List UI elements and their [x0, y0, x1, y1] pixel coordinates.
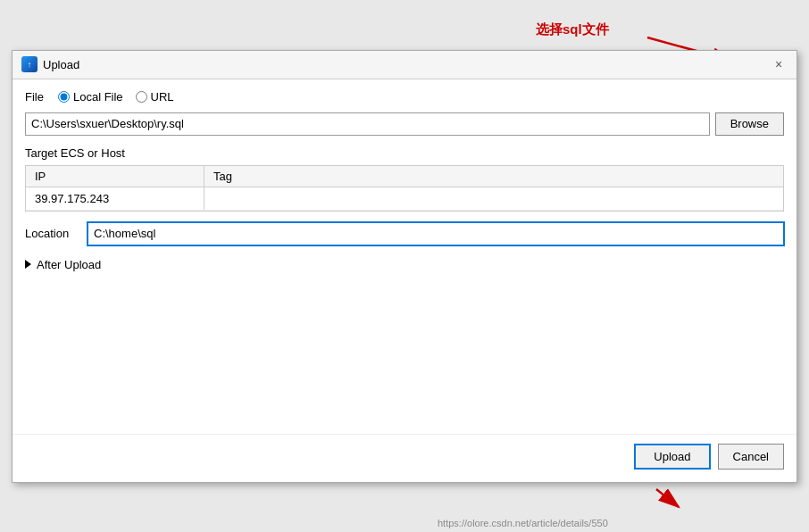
file-row: File Local File URL: [25, 90, 784, 104]
button-row: Upload Cancel: [13, 434, 796, 482]
file-label: File: [25, 90, 44, 104]
target-section-label: Target ECS or Host: [25, 146, 784, 160]
target-table: IP Tag 39.97.175.243: [25, 165, 784, 212]
svg-text:https://olore.csdn.net/article: https://olore.csdn.net/article/details/5…: [438, 518, 608, 528]
title-bar-left: ↑ Upload: [21, 56, 79, 72]
upload-icon: ↑: [21, 56, 38, 72]
file-path-input[interactable]: [25, 112, 710, 136]
after-upload-row[interactable]: After Upload: [25, 258, 784, 271]
cancel-button[interactable]: Cancel: [718, 444, 784, 470]
location-input[interactable]: [88, 222, 784, 245]
upload-dialog: ↑ Upload × File Local File URL: [12, 50, 797, 483]
dialog-body: File Local File URL Browse T: [13, 79, 796, 291]
expand-icon[interactable]: [25, 260, 31, 269]
ip-column-header: IP: [26, 166, 204, 187]
radio-group: Local File URL: [58, 90, 174, 104]
close-button[interactable]: ×: [770, 55, 788, 73]
svg-line-4: [656, 489, 679, 507]
location-row: Location: [25, 222, 784, 245]
table-row[interactable]: 39.97.175.243: [26, 187, 783, 211]
url-radio-label[interactable]: URL: [136, 90, 174, 104]
url-label: URL: [151, 90, 174, 104]
local-file-radio-label[interactable]: Local File: [58, 90, 123, 104]
tag-cell: [204, 187, 783, 210]
svg-text:选择sql文件: 选择sql文件: [536, 21, 610, 37]
table-header: IP Tag: [26, 166, 783, 187]
upload-button[interactable]: Upload: [634, 444, 710, 470]
local-file-label: Local File: [73, 90, 123, 104]
location-label: Location: [25, 227, 88, 240]
file-input-row: Browse: [25, 112, 784, 136]
tag-column-header: Tag: [204, 166, 783, 187]
title-bar: ↑ Upload ×: [13, 51, 796, 79]
local-file-radio[interactable]: [58, 91, 70, 103]
after-upload-label[interactable]: After Upload: [37, 258, 101, 271]
url-radio[interactable]: [136, 91, 147, 103]
ip-cell: 39.97.175.243: [26, 187, 204, 210]
browse-button[interactable]: Browse: [715, 112, 784, 136]
dialog-title: Upload: [43, 58, 79, 71]
